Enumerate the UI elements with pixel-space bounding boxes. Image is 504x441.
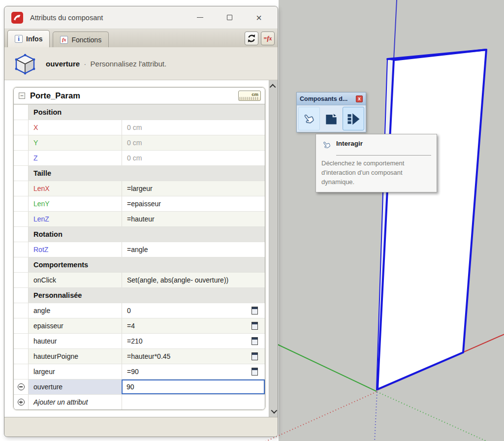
row-gutter — [14, 151, 29, 165]
maximize-icon[interactable] — [225, 14, 233, 22]
row-gutter — [14, 135, 29, 150]
detail-icon[interactable] — [252, 352, 258, 360]
attribute-hint: Personnalisez l'attribut. — [91, 60, 167, 68]
attribute-row-Z: Z0 cm — [14, 150, 265, 165]
attribute-value-text: 0 cm — [127, 139, 142, 147]
row-gutter — [14, 318, 29, 333]
component-group-header: − Porte_Param cm — [14, 88, 265, 104]
detail-icon[interactable] — [252, 368, 258, 376]
row-gutter — [14, 273, 29, 287]
attribute-name-cell[interactable]: onClick — [29, 273, 122, 287]
component-cube-icon — [10, 51, 39, 76]
add-attribute-row[interactable]: Ajouter un attribut — [14, 394, 265, 410]
attribute-value-cell[interactable]: 0 — [122, 303, 265, 318]
attribute-name-cell[interactable]: LenZ — [29, 212, 122, 226]
detail-icon[interactable] — [252, 307, 258, 315]
attribute-name-cell[interactable]: hauteurPoigne — [29, 349, 122, 364]
sketchup-logo — [11, 12, 23, 24]
section-header-taille: Taille — [14, 165, 265, 181]
unit-label: cm — [252, 92, 258, 97]
row-gutter — [14, 166, 29, 181]
attribute-name-cell[interactable]: Z — [29, 151, 122, 165]
attribute-name-cell[interactable]: LenX — [29, 181, 122, 196]
refresh-button[interactable] — [245, 32, 258, 45]
tab-infos[interactable]: i Infos — [7, 30, 50, 47]
attribute-name-cell[interactable]: Y — [29, 135, 122, 150]
attribute-name-cell[interactable]: hauteur — [29, 334, 122, 348]
component-attributes-icon — [346, 111, 361, 126]
collapse-icon[interactable]: − — [19, 93, 25, 99]
attribute-name-cell[interactable]: X — [29, 120, 122, 135]
tooltip-divider — [336, 155, 431, 156]
row-gutter — [14, 395, 29, 410]
row-gutter — [14, 181, 29, 196]
attribute-value-cell[interactable]: =hauteur — [122, 212, 265, 226]
attributes-panel: − Porte_Param cm PositionX0 cmY0 cmZ0 cm… — [4, 80, 278, 417]
attribute-value-cell[interactable]: =4 — [122, 318, 265, 333]
remove-attribute-icon[interactable] — [18, 383, 25, 390]
detail-icon[interactable] — [252, 322, 258, 330]
attribute-row-LenZ: LenZ=hauteur — [14, 211, 265, 226]
attribute-name-cell[interactable]: angle — [29, 303, 122, 318]
attribute-value-cell[interactable]: =epaisseur — [122, 196, 265, 211]
attribute-value-cell[interactable]: =angle — [122, 242, 265, 257]
add-attribute-value-cell — [122, 395, 265, 410]
attributes-table: − Porte_Param cm PositionX0 cmY0 cmZ0 cm… — [13, 87, 265, 410]
attribute-value-cell[interactable]: 0 cm — [122, 135, 265, 150]
formula-toggle-button[interactable]: =fx — [261, 32, 275, 45]
attribute-name-cell[interactable]: ouverture — [29, 379, 122, 394]
attribute-row-angle: angle0 — [14, 303, 265, 318]
attribute-value-cell[interactable]: =largeur — [122, 181, 265, 196]
attribute-name-cell[interactable]: LenY — [29, 196, 122, 211]
section-label: Rotation — [29, 227, 265, 242]
attribute-value-text: =hauteur — [127, 215, 155, 223]
scrollbar[interactable] — [269, 80, 278, 417]
attribute-value-text: 0 — [127, 307, 131, 315]
attribute-row-X: X0 cm — [14, 120, 265, 135]
tooltip-line: Déclenchez le comportement — [321, 159, 431, 168]
row-gutter — [14, 334, 29, 348]
separator: · — [84, 60, 86, 68]
tab-fonctions[interactable]: fx Fonctions — [53, 32, 109, 47]
tooltip-line: dynamique. — [321, 178, 431, 187]
attribute-row-epaisseur: epaisseur=4 — [14, 318, 265, 333]
attribute-value-text: =angle — [127, 246, 148, 253]
attribute-name-cell[interactable]: largeur — [29, 364, 122, 379]
component-options-button[interactable] — [320, 107, 342, 130]
toolbar-titlebar[interactable]: Composants d... x — [297, 93, 366, 105]
interact-hand-button[interactable] — [298, 107, 320, 130]
attribute-name-cell[interactable]: RotZ — [29, 242, 122, 257]
attribute-name-cell[interactable]: epaisseur — [29, 318, 122, 333]
attribute-row-hauteur: hauteur=210 — [14, 333, 265, 348]
dialog-footer — [4, 417, 278, 437]
attribute-value-input[interactable] — [122, 379, 265, 394]
attribute-value-cell[interactable]: =210 — [122, 334, 265, 348]
attribute-value-text: Set(angle, abs(angle- ouverture)) — [127, 276, 228, 284]
minimize-icon[interactable] — [196, 14, 204, 22]
component-attributes-button[interactable] — [343, 107, 364, 130]
tooltip-title: Interagir — [336, 139, 363, 147]
row-gutter — [14, 196, 29, 211]
interact-tooltip: Interagir Déclenchez le comportementd'in… — [315, 134, 437, 192]
scroll-up-icon[interactable] — [269, 80, 278, 92]
attribute-row-RotZ: RotZ=angle — [14, 242, 265, 257]
attribute-value-cell[interactable]: Set(angle, abs(angle- ouverture)) — [122, 273, 265, 287]
attribute-value-cell[interactable]: =90 — [122, 364, 265, 379]
scroll-down-icon[interactable] — [269, 405, 278, 417]
add-attribute-label[interactable]: Ajouter un attribut — [29, 395, 122, 410]
section-header-rotation: Rotation — [14, 226, 265, 242]
add-attribute-icon[interactable] — [18, 399, 25, 406]
section-header-comportements: Comportements — [14, 257, 265, 272]
attribute-value-cell[interactable]: =hauteur*0.45 — [122, 349, 265, 364]
attribute-value-cell[interactable]: 0 cm — [122, 151, 265, 165]
section-label: Personnalisée — [29, 288, 265, 303]
dynamic-components-toolbar: Composants d... x — [296, 92, 366, 132]
close-icon[interactable]: × — [255, 14, 263, 22]
unit-ruler-icon[interactable]: cm — [238, 91, 261, 101]
attribute-value-cell[interactable] — [122, 379, 265, 394]
detail-icon[interactable] — [252, 337, 258, 345]
dialog-titlebar[interactable]: Attributs du composant × — [4, 6, 278, 29]
component-options-icon — [323, 111, 339, 126]
attribute-value-cell[interactable]: 0 cm — [122, 120, 265, 135]
toolbar-close-icon[interactable]: x — [356, 95, 363, 102]
